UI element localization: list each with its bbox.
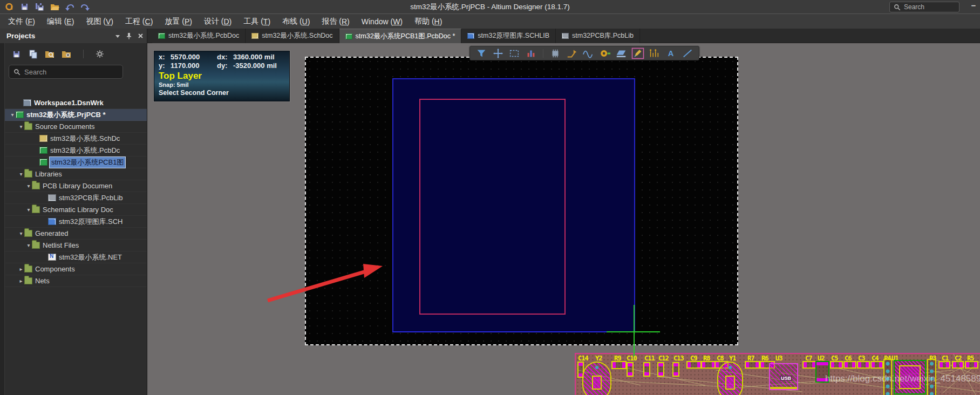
save-icon[interactable] [11,49,21,59]
document-tab[interactable]: stm32原理图库.SCHLIB [461,29,556,43]
select-area-icon[interactable] [507,47,521,59]
measure-icon[interactable] [647,47,661,59]
polygon-pour-icon[interactable] [614,47,628,59]
gear-icon[interactable] [95,49,105,59]
folder-search-icon[interactable] [45,49,55,59]
footprint [843,361,856,369]
via-icon[interactable] [598,47,612,59]
document-tab-bar: Projects stm32最小系统.PcbDoc stm32最小系统.SchD… [0,29,980,43]
watermark-text: https://blog.csdn.net/weixin_45148589 [825,373,980,384]
menu-item[interactable]: 设计 (D) [198,15,237,29]
menu-item[interactable]: 报告 (R) [316,15,355,29]
expand-arrow-icon[interactable]: ▾ [9,112,16,118]
component-icon[interactable] [548,47,562,59]
close-icon[interactable] [135,31,145,41]
sep-icon[interactable] [78,49,88,59]
move-icon[interactable] [491,47,505,59]
footprint [582,362,611,395]
document-type-icon [158,33,165,39]
save-icon[interactable] [19,2,29,12]
document-tabs: stm32最小系统.PcbDoc stm32最小系统.SchDoc stm32最… [152,29,640,43]
pcb-editor-area[interactable]: x:5570.000dx:3360.000 mil y:1170.000dy:-… [147,43,980,395]
designator-label: C14 [578,355,588,362]
sep-icon[interactable] [541,47,546,59]
expand-arrow-icon[interactable]: ▸ [18,278,24,284]
pin-icon[interactable] [124,31,134,41]
diff-pair-icon[interactable] [581,47,595,59]
open-icon[interactable] [50,2,59,12]
undo-icon[interactable] [65,2,74,12]
menu-item[interactable]: 帮助 (H) [409,15,448,29]
menu-item[interactable]: 工具 (T) [237,15,276,29]
tree-row[interactable]: stm32最小系统.NET [5,251,147,263]
edit-icon[interactable] [631,47,645,59]
footprint [857,361,870,369]
tree-row[interactable]: stm32原理图库.SCH [5,216,147,228]
chevron-down-icon[interactable] [113,31,122,41]
expand-arrow-icon[interactable]: ▸ [18,266,24,272]
tree-row[interactable]: Workspace1.DsnWrk [5,97,147,109]
footprint [672,362,679,377]
footprint [802,361,816,369]
folder-gear-icon[interactable] [62,49,71,59]
tree-row[interactable]: ▾ Generated [5,228,147,240]
expand-arrow-icon[interactable]: ▾ [18,124,24,130]
save-all-icon[interactable] [35,2,44,12]
tree-row[interactable]: ▾ stm32最小系统.PrjPCB * [5,109,147,121]
tree-item-icon [24,265,32,273]
minimize-button[interactable]: – [971,1,976,10]
projects-panel: Search Workspace1.DsnWrk ▾ stm32最小系统.Prj… [0,43,147,395]
projects-panel-title: Projects [0,32,113,40]
search-icon [894,4,901,11]
redo-icon[interactable] [80,2,90,12]
tree-row[interactable]: ▸ Components [5,263,147,275]
menu-item[interactable]: 工程 (C) [119,15,159,29]
expand-arrow-icon[interactable]: ▾ [25,242,32,248]
expand-arrow-icon[interactable]: ▾ [25,183,32,189]
document-tab[interactable]: stm32最小系统.PcbDoc [152,29,246,43]
tree-item-label: stm32PCB库.PcbLib [59,193,123,203]
tree-item-icon [32,182,40,189]
board-insight-icon[interactable] [524,47,538,59]
global-search-input[interactable]: Search [889,2,959,12]
document-type-icon [562,33,569,39]
tree-item-icon [24,171,32,178]
tree-item-label: stm32原理图库.SCH [59,217,122,227]
tree-row[interactable]: ▸ Nets [5,275,147,287]
projects-search-input[interactable]: Search [9,65,123,79]
active-bar-toolbar: A [469,46,699,60]
pcb-preview-strip: C14Y2R9C10C11C12C13C9R8C8Y1R7R6U3C7U2C5C… [575,353,980,395]
tree-row[interactable]: stm32PCB库.PcbLib [5,192,147,204]
filter-icon[interactable] [474,47,488,59]
expand-arrow-icon[interactable]: ▾ [18,171,24,177]
snap-grid-label: Snap: 5mil [159,81,285,88]
expand-arrow-icon[interactable]: ▾ [18,230,24,236]
document-tab[interactable]: stm32PCB库.PcbLib [556,29,640,43]
menu-item[interactable]: 布线 (U) [276,15,316,29]
tree-row[interactable]: ▾ Libraries [5,168,147,180]
tree-row[interactable]: stm32最小系统PCB1图 [5,156,147,168]
tree-row[interactable]: ▾ Schematic Library Doc [5,204,147,216]
tree-row[interactable]: stm32最小系统.PcbDc [5,145,147,156]
menu-item[interactable]: 文件 (F) [2,15,41,29]
string-icon[interactable]: A [664,47,678,59]
tree-item-label: Schematic Library Doc [43,206,113,214]
tree-row[interactable]: ▾ Source Documents [5,121,147,133]
tree-item-label: stm32最小系统.SchDc [50,134,120,144]
document-tab[interactable]: stm32最小系统.SchDoc [246,29,339,43]
tree-row[interactable]: ▾ PCB Library Documen [5,180,147,192]
expand-arrow-icon[interactable]: ▾ [25,207,32,213]
altium-logo-icon[interactable] [4,2,14,12]
menu-item[interactable]: Window (W) [356,15,409,29]
route-icon[interactable] [565,47,579,59]
menu-item[interactable]: 视图 (V) [80,15,119,29]
menu-item[interactable]: 编辑 (E) [41,15,80,29]
tree-item-icon [39,147,47,154]
line-icon[interactable] [680,47,695,59]
tree-row[interactable]: stm32最小系统.SchDc [5,133,147,145]
menu-item[interactable]: 放置 (P) [159,15,198,29]
copy-icon[interactable] [28,49,38,59]
footprint [830,361,843,369]
document-tab[interactable]: stm32最小系统PCB1图.PcbDoc * [339,29,462,43]
tree-row[interactable]: ▾ Netlist Files [5,240,147,251]
